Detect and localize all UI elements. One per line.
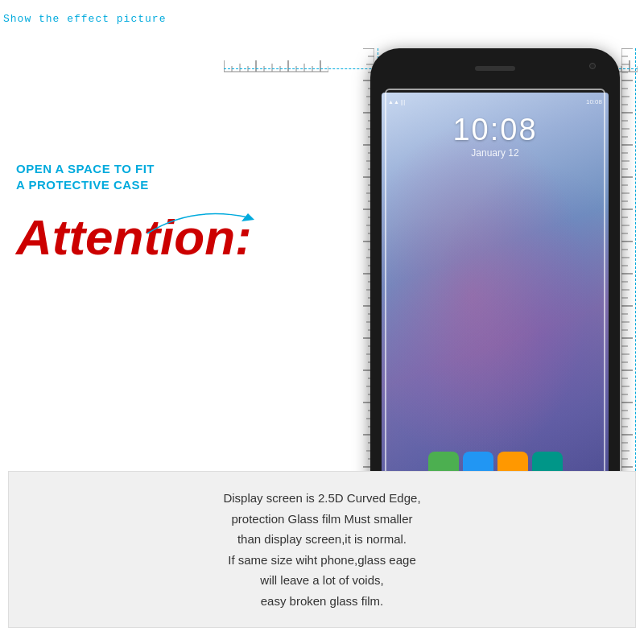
signal-icons: ▲▲ ||| [388,99,405,105]
open-space-label: OPEN A SPACE TO FIT A PROTECTIVE CASE [16,161,161,192]
wifi-icon: ▲▲ [388,99,399,105]
description-box: Display screen is 2.5D Curved Edge, prot… [8,471,636,628]
phone-camera-dot [589,63,596,69]
status-bar: ▲▲ ||| 10:08 [382,94,609,109]
status-time: 10:08 [586,98,602,105]
phone-date: January 12 [382,147,609,159]
callout-arrow [143,189,256,246]
signal-bars: ||| [401,99,405,105]
description-text: Display screen is 2.5D Curved Edge, prot… [33,488,611,611]
phone-speaker [475,66,515,71]
svg-marker-140 [242,213,254,221]
ruler-vert-right [621,48,638,491]
show-effect-label: Show the effect picture [3,13,166,25]
phone-screen: ▲▲ ||| 10:08 10:08 January 12 [382,93,609,499]
page-container: Show the effect picture [0,0,644,644]
phone-time: 10:08 [382,113,609,147]
